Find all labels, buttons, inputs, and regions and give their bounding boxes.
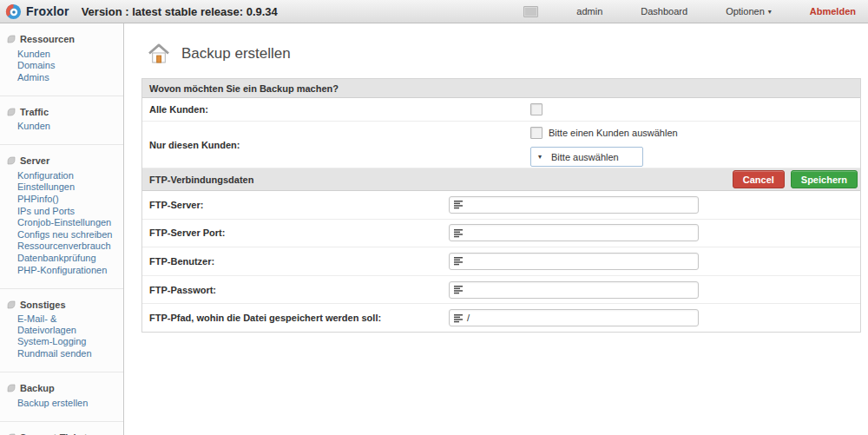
all-customers-checkbox[interactable] <box>530 103 542 115</box>
sidebar-section: Backup Backup erstellen <box>0 372 123 422</box>
sidebar-item[interactable]: Datenbankprüfung <box>7 253 118 265</box>
backup-section-title: Wovon möchten Sie ein Backup machen? <box>149 83 339 94</box>
text-input[interactable] <box>449 224 699 241</box>
sidebar-section-links: Backup erstellen <box>7 397 118 409</box>
text-lines-icon <box>454 200 464 209</box>
input-value: / <box>467 313 470 323</box>
text-lines-icon <box>454 228 464 238</box>
ftp-section-title: FTP-Verbindungsdaten <box>149 175 253 185</box>
sidebar-item[interactable]: Rundmail senden <box>7 348 118 360</box>
froxlor-logo-icon <box>5 3 22 20</box>
field-value-cell <box>449 276 699 304</box>
caret-down-icon: ▾ <box>768 8 772 16</box>
sidebar-item[interactable]: PHPinfo() <box>7 194 118 206</box>
sidebar: Ressourcen Kunden Domains Admins Traffic… <box>0 23 124 435</box>
sidebar-item[interactable]: Admins <box>7 71 118 83</box>
sidebar-section-title: Backup <box>20 383 55 393</box>
nav-options-label: Optionen <box>726 6 765 16</box>
dropdown-selected-value: Bitte auswählen <box>551 152 619 162</box>
backup-section-header: Wovon möchten Sie ein Backup machen? <box>142 79 860 98</box>
section-category-icon <box>7 384 16 392</box>
sidebar-section-links: Kunden <box>7 121 118 133</box>
sidebar-section-title: Sonstiges <box>20 300 66 310</box>
logout-link[interactable]: Abmelden <box>810 6 856 16</box>
home-icon <box>148 43 170 63</box>
sidebar-item[interactable]: Cronjob-Einstellungen <box>7 217 118 229</box>
sidebar-section-links: Konfiguration Einstellungen PHPinfo() IP… <box>7 169 118 275</box>
section-category-icon <box>7 108 16 116</box>
sidebar-section: Sonstiges E-Mail- & Dateivorlagen System… <box>0 289 123 372</box>
sidebar-section-header: Sonstiges <box>7 300 118 310</box>
sidebar-item[interactable]: Konfiguration <box>7 169 118 181</box>
sidebar-section-header: Ressourcen <box>7 34 118 44</box>
section-category-icon <box>7 300 16 309</box>
brand-name: Froxlor <box>26 4 69 18</box>
text-lines-icon <box>454 313 464 323</box>
field-value-cell <box>449 247 699 275</box>
field-value-cell <box>530 98 542 121</box>
text-input[interactable] <box>449 281 699 299</box>
text-input[interactable] <box>449 253 699 270</box>
text-input[interactable] <box>449 196 699 214</box>
sidebar-item[interactable]: PHP-Konfigurationen <box>7 264 118 276</box>
text-input[interactable]: / <box>449 309 699 326</box>
dropdown-caret-icon: ▾ <box>538 154 542 161</box>
field-value-cell: / <box>449 304 699 332</box>
main-content: Backup erstellen Wovon möchten Sie ein B… <box>124 23 868 435</box>
ftp-fields: FTP-Server: FTP-Server Port: <box>142 191 860 332</box>
form-row-all-customers: Alle Kunden: <box>142 98 860 122</box>
sidebar-item[interactable]: Kunden <box>7 48 118 60</box>
sidebar-item[interactable]: Ressourcenverbrauch <box>7 241 118 253</box>
sidebar-item[interactable]: Kunden <box>7 121 118 133</box>
brand: Froxlor Version : latest stable release:… <box>5 0 278 23</box>
sidebar-item[interactable]: IPs und Ports <box>7 205 118 217</box>
sidebar-section-header: Traffic <box>7 107 118 117</box>
page-title: Backup erstellen <box>181 45 291 63</box>
nav-user[interactable]: admin <box>576 6 602 16</box>
sidebar-section-header: Server <box>7 155 118 166</box>
customer-checkbox-line: Bitte einen Kunden auswählen <box>530 127 678 139</box>
sidebar-item[interactable]: Backup erstellen <box>7 397 118 409</box>
top-header-bar: Froxlor Version : latest stable release:… <box>0 0 868 23</box>
field-label: FTP-Pfad, wohin die Datei gespeichert we… <box>142 304 449 332</box>
form-row: FTP-Server: <box>142 191 860 220</box>
text-lines-icon <box>454 256 464 266</box>
field-label: FTP-Benutzer: <box>142 247 449 275</box>
sidebar-section: Support-Tickets Support-Tickets Ticket-A… <box>0 422 123 435</box>
sidebar-section: Traffic Kunden <box>0 96 123 146</box>
sidebar-section-links: Kunden Domains Admins <box>7 48 118 83</box>
form-row: FTP-Pfad, wohin die Datei gespeichert we… <box>142 304 860 332</box>
field-value-cell <box>449 220 699 247</box>
form-row: FTP-Passwort: <box>142 276 860 305</box>
language-flag-icon[interactable] <box>523 6 538 17</box>
section-category-icon <box>7 156 16 165</box>
field-label: Alle Kunden: <box>142 98 530 121</box>
save-button[interactable]: Speichern <box>791 170 858 188</box>
cancel-button[interactable]: Cancel <box>733 170 785 188</box>
field-label: Nur diesen Kunden: <box>142 122 530 168</box>
sidebar-section: Server Konfiguration Einstellungen PHPin… <box>0 145 123 288</box>
backup-form: Wovon möchten Sie ein Backup machen? All… <box>141 78 861 333</box>
sidebar-item[interactable]: E-Mail- & Dateivorlagen <box>7 313 118 336</box>
sidebar-section-title: Ressourcen <box>20 34 75 44</box>
select-customer-checkbox-label: Bitte einen Kunden auswählen <box>549 128 678 138</box>
field-label: FTP-Passwort: <box>142 276 449 304</box>
form-row: FTP-Server Port: <box>142 220 860 248</box>
field-label: FTP-Server Port: <box>142 220 449 247</box>
sidebar-item[interactable]: Domains <box>7 60 118 72</box>
form-row-only-customer: Nur diesen Kunden: Bitte einen Kunden au… <box>142 122 860 168</box>
sidebar-section-title: Traffic <box>20 107 49 117</box>
sidebar-section-header: Backup <box>7 383 118 393</box>
sidebar-item[interactable]: Configs neu schreiben <box>7 228 118 241</box>
form-actions: Cancel Speichern <box>733 168 858 190</box>
customer-select-dropdown[interactable]: ▾ Bitte auswählen <box>530 147 643 167</box>
select-customer-checkbox[interactable] <box>530 127 542 139</box>
nav-dashboard[interactable]: Dashboard <box>641 6 687 16</box>
sidebar-item[interactable]: System-Logging <box>7 336 118 348</box>
section-category-icon <box>7 35 16 43</box>
sidebar-section-links: E-Mail- & Dateivorlagen System-Logging R… <box>7 313 118 359</box>
ftp-section-header: FTP-Verbindungsdaten Cancel Speichern <box>142 168 860 191</box>
sidebar-item[interactable]: Einstellungen <box>7 181 118 194</box>
field-value-cell <box>449 191 699 219</box>
nav-options[interactable]: Optionen▾ <box>726 6 772 16</box>
